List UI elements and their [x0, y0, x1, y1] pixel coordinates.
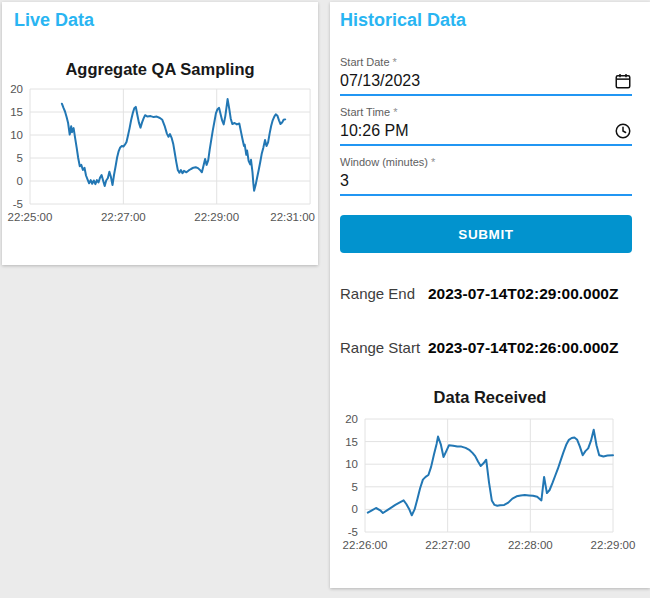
svg-text:-5: -5 — [348, 526, 358, 538]
svg-text:15: 15 — [10, 106, 23, 118]
window-minutes-field: Window (minutes)* — [340, 155, 632, 196]
svg-text:-5: -5 — [13, 198, 23, 210]
clock-icon[interactable] — [614, 122, 632, 140]
range-start-value: 2023-07-14T02:26:00.000Z — [428, 339, 618, 357]
range-start-row: Range Start 2023-07-14T02:26:00.000Z — [340, 339, 650, 357]
required-asterisk: * — [393, 56, 397, 68]
submit-button[interactable]: SUBMIT — [340, 215, 632, 253]
range-end-label: Range End — [340, 285, 428, 302]
live-chart-plot: 20151050-522:25:0022:27:0022:29:0022:31:… — [2, 83, 318, 231]
svg-text:22:26:00: 22:26:00 — [343, 539, 388, 551]
range-end-row: Range End 2023-07-14T02:29:00.000Z — [340, 285, 650, 303]
svg-text:0: 0 — [17, 175, 23, 187]
start-time-field: Start Time* — [340, 105, 632, 146]
svg-text:5: 5 — [17, 152, 23, 164]
svg-text:22:29:00: 22:29:00 — [591, 539, 636, 551]
start-date-field: Start Date* — [340, 55, 632, 96]
start-time-input[interactable] — [340, 122, 614, 140]
svg-text:15: 15 — [345, 436, 358, 448]
svg-text:5: 5 — [352, 481, 358, 493]
calendar-icon[interactable] — [614, 72, 632, 90]
range-end-value: 2023-07-14T02:29:00.000Z — [428, 285, 618, 303]
svg-text:22:25:00: 22:25:00 — [8, 211, 53, 223]
svg-text:22:29:00: 22:29:00 — [194, 211, 239, 223]
historical-panel-title: Historical Data — [340, 10, 466, 31]
svg-text:0: 0 — [352, 503, 358, 515]
data-received-chart: Data Received 20151050-522:26:0022:27:00… — [330, 388, 650, 559]
range-start-label: Range Start — [340, 339, 428, 356]
live-data-panel: Live Data Aggregate QA Sampling 20151050… — [2, 2, 318, 265]
required-asterisk: * — [393, 106, 397, 118]
window-minutes-input[interactable] — [340, 172, 632, 190]
svg-text:22:27:00: 22:27:00 — [425, 539, 470, 551]
required-asterisk: * — [431, 156, 435, 168]
svg-text:20: 20 — [10, 83, 23, 95]
historical-data-panel: Historical Data Start Date* Start Time* — [330, 2, 650, 588]
live-panel-title: Live Data — [14, 10, 94, 31]
svg-text:22:27:00: 22:27:00 — [101, 211, 146, 223]
start-date-label: Start Date* — [340, 55, 632, 69]
svg-text:22:31:00: 22:31:00 — [270, 211, 315, 223]
start-time-label: Start Time* — [340, 105, 632, 119]
live-chart-title: Aggregate QA Sampling — [2, 60, 318, 79]
svg-text:22:28:00: 22:28:00 — [508, 539, 553, 551]
svg-text:10: 10 — [345, 458, 358, 470]
data-received-chart-plot: 20151050-522:26:0022:27:0022:28:0022:29:… — [330, 411, 650, 559]
window-minutes-label: Window (minutes)* — [340, 155, 632, 169]
data-received-chart-title: Data Received — [330, 388, 650, 407]
live-chart: Aggregate QA Sampling 20151050-522:25:00… — [2, 60, 318, 231]
svg-text:10: 10 — [10, 129, 23, 141]
start-date-input[interactable] — [340, 72, 614, 90]
svg-text:20: 20 — [345, 413, 358, 425]
